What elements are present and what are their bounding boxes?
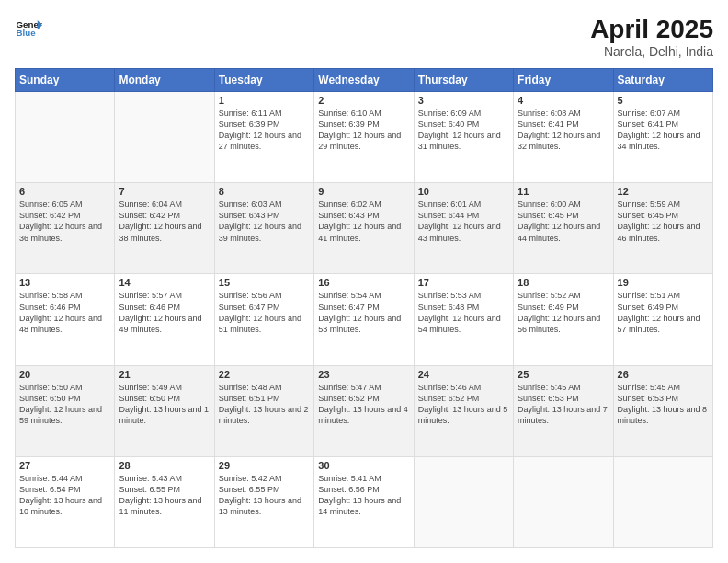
table-row: 17Sunrise: 5:53 AMSunset: 6:48 PMDayligh…	[414, 274, 513, 365]
day-info: Sunrise: 6:07 AMSunset: 6:41 PMDaylight:…	[618, 108, 709, 153]
day-info: Sunrise: 5:41 AMSunset: 6:56 PMDaylight:…	[318, 473, 409, 518]
day-number: 2	[318, 95, 409, 106]
day-number: 24	[418, 369, 509, 380]
day-info: Sunrise: 5:50 AMSunset: 6:50 PMDaylight:…	[19, 382, 110, 427]
day-number: 15	[219, 277, 310, 288]
week-row-2: 6Sunrise: 6:05 AMSunset: 6:42 PMDaylight…	[16, 183, 713, 274]
day-info: Sunrise: 6:10 AMSunset: 6:39 PMDaylight:…	[318, 108, 409, 153]
table-row: 4Sunrise: 6:08 AMSunset: 6:41 PMDaylight…	[514, 92, 613, 183]
week-row-3: 13Sunrise: 5:58 AMSunset: 6:46 PMDayligh…	[16, 274, 713, 365]
day-number: 9	[318, 186, 409, 197]
day-number: 29	[219, 460, 310, 471]
day-number: 12	[618, 186, 709, 197]
day-info: Sunrise: 6:09 AMSunset: 6:40 PMDaylight:…	[418, 108, 509, 153]
table-row	[514, 456, 613, 547]
table-row: 28Sunrise: 5:43 AMSunset: 6:55 PMDayligh…	[115, 456, 214, 547]
day-number: 3	[418, 95, 509, 106]
day-info: Sunrise: 5:49 AMSunset: 6:50 PMDaylight:…	[119, 382, 210, 427]
table-row: 5Sunrise: 6:07 AMSunset: 6:41 PMDaylight…	[613, 92, 712, 183]
header: General Blue April 2025 Narela, Delhi, I…	[15, 15, 713, 59]
day-number: 5	[618, 95, 709, 106]
day-info: Sunrise: 5:48 AMSunset: 6:51 PMDaylight:…	[219, 382, 310, 427]
table-row: 18Sunrise: 5:52 AMSunset: 6:49 PMDayligh…	[514, 274, 613, 365]
col-monday: Monday	[115, 69, 214, 92]
table-row: 14Sunrise: 5:57 AMSunset: 6:46 PMDayligh…	[115, 274, 214, 365]
day-info: Sunrise: 6:08 AMSunset: 6:41 PMDaylight:…	[518, 108, 609, 153]
day-info: Sunrise: 6:02 AMSunset: 6:43 PMDaylight:…	[318, 199, 409, 244]
table-row: 3Sunrise: 6:09 AMSunset: 6:40 PMDaylight…	[414, 92, 513, 183]
title-block: April 2025 Narela, Delhi, India	[590, 15, 713, 59]
table-row: 10Sunrise: 6:01 AMSunset: 6:44 PMDayligh…	[414, 183, 513, 274]
col-saturday: Saturday	[613, 69, 712, 92]
logo: General Blue	[15, 15, 42, 42]
col-thursday: Thursday	[414, 69, 513, 92]
day-number: 16	[318, 277, 409, 288]
col-sunday: Sunday	[16, 69, 115, 92]
day-info: Sunrise: 5:47 AMSunset: 6:52 PMDaylight:…	[318, 382, 409, 427]
col-wednesday: Wednesday	[314, 69, 414, 92]
calendar-header-row: Sunday Monday Tuesday Wednesday Thursday…	[16, 69, 713, 92]
day-number: 17	[418, 277, 509, 288]
day-number: 23	[318, 369, 409, 380]
day-info: Sunrise: 6:11 AMSunset: 6:39 PMDaylight:…	[219, 108, 310, 153]
day-info: Sunrise: 5:58 AMSunset: 6:46 PMDaylight:…	[19, 290, 110, 335]
page: General Blue April 2025 Narela, Delhi, I…	[0, 0, 728, 563]
day-info: Sunrise: 6:01 AMSunset: 6:44 PMDaylight:…	[418, 199, 509, 244]
table-row: 26Sunrise: 5:45 AMSunset: 6:53 PMDayligh…	[613, 365, 712, 456]
day-info: Sunrise: 5:53 AMSunset: 6:48 PMDaylight:…	[418, 290, 509, 335]
day-info: Sunrise: 5:56 AMSunset: 6:47 PMDaylight:…	[219, 290, 310, 335]
day-number: 18	[518, 277, 609, 288]
day-number: 27	[19, 460, 110, 471]
week-row-1: 1Sunrise: 6:11 AMSunset: 6:39 PMDaylight…	[16, 92, 713, 183]
day-number: 26	[618, 369, 709, 380]
day-number: 11	[518, 186, 609, 197]
day-number: 30	[318, 460, 409, 471]
day-number: 7	[119, 186, 210, 197]
table-row	[414, 456, 513, 547]
week-row-5: 27Sunrise: 5:44 AMSunset: 6:54 PMDayligh…	[16, 456, 713, 547]
day-number: 1	[219, 95, 310, 106]
day-number: 14	[119, 277, 210, 288]
logo-icon: General Blue	[15, 15, 42, 42]
day-number: 13	[19, 277, 110, 288]
main-title: April 2025	[590, 15, 713, 44]
table-row: 20Sunrise: 5:50 AMSunset: 6:50 PMDayligh…	[16, 365, 115, 456]
svg-text:Blue: Blue	[17, 28, 37, 38]
day-info: Sunrise: 5:54 AMSunset: 6:47 PMDaylight:…	[318, 290, 409, 335]
table-row	[16, 92, 115, 183]
table-row: 30Sunrise: 5:41 AMSunset: 6:56 PMDayligh…	[314, 456, 414, 547]
table-row: 19Sunrise: 5:51 AMSunset: 6:49 PMDayligh…	[613, 274, 712, 365]
table-row: 9Sunrise: 6:02 AMSunset: 6:43 PMDaylight…	[314, 183, 414, 274]
day-info: Sunrise: 5:45 AMSunset: 6:53 PMDaylight:…	[518, 382, 609, 427]
table-row: 6Sunrise: 6:05 AMSunset: 6:42 PMDaylight…	[16, 183, 115, 274]
day-number: 19	[618, 277, 709, 288]
day-info: Sunrise: 5:59 AMSunset: 6:45 PMDaylight:…	[618, 199, 709, 244]
table-row: 7Sunrise: 6:04 AMSunset: 6:42 PMDaylight…	[115, 183, 214, 274]
day-info: Sunrise: 6:00 AMSunset: 6:45 PMDaylight:…	[518, 199, 609, 244]
day-number: 21	[119, 369, 210, 380]
calendar-table: Sunday Monday Tuesday Wednesday Thursday…	[15, 68, 713, 548]
day-info: Sunrise: 5:43 AMSunset: 6:55 PMDaylight:…	[119, 473, 210, 518]
table-row: 22Sunrise: 5:48 AMSunset: 6:51 PMDayligh…	[214, 365, 313, 456]
day-info: Sunrise: 5:42 AMSunset: 6:55 PMDaylight:…	[219, 473, 310, 518]
day-info: Sunrise: 5:51 AMSunset: 6:49 PMDaylight:…	[618, 290, 709, 335]
day-number: 25	[518, 369, 609, 380]
table-row: 23Sunrise: 5:47 AMSunset: 6:52 PMDayligh…	[314, 365, 414, 456]
day-number: 6	[19, 186, 110, 197]
table-row: 27Sunrise: 5:44 AMSunset: 6:54 PMDayligh…	[16, 456, 115, 547]
day-info: Sunrise: 6:03 AMSunset: 6:43 PMDaylight:…	[219, 199, 310, 244]
table-row: 25Sunrise: 5:45 AMSunset: 6:53 PMDayligh…	[514, 365, 613, 456]
col-friday: Friday	[514, 69, 613, 92]
table-row: 2Sunrise: 6:10 AMSunset: 6:39 PMDaylight…	[314, 92, 414, 183]
table-row: 21Sunrise: 5:49 AMSunset: 6:50 PMDayligh…	[115, 365, 214, 456]
day-number: 28	[119, 460, 210, 471]
table-row: 1Sunrise: 6:11 AMSunset: 6:39 PMDaylight…	[214, 92, 313, 183]
day-info: Sunrise: 5:46 AMSunset: 6:52 PMDaylight:…	[418, 382, 509, 427]
table-row: 29Sunrise: 5:42 AMSunset: 6:55 PMDayligh…	[214, 456, 313, 547]
table-row	[613, 456, 712, 547]
table-row: 8Sunrise: 6:03 AMSunset: 6:43 PMDaylight…	[214, 183, 313, 274]
day-info: Sunrise: 5:44 AMSunset: 6:54 PMDaylight:…	[19, 473, 110, 518]
day-info: Sunrise: 6:05 AMSunset: 6:42 PMDaylight:…	[19, 199, 110, 244]
col-tuesday: Tuesday	[214, 69, 313, 92]
subtitle: Narela, Delhi, India	[590, 44, 713, 59]
